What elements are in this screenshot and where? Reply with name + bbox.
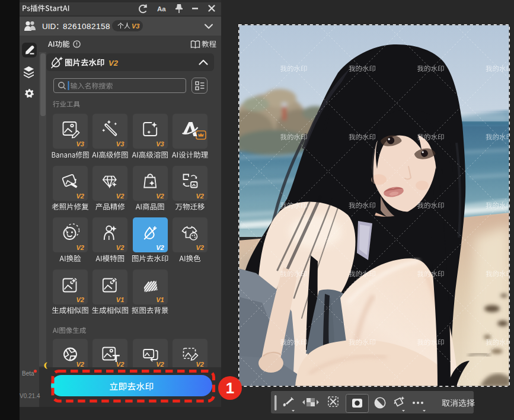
svg-text:V2: V2 [76, 244, 84, 251]
svg-text:Beta: Beta [22, 370, 34, 377]
svg-text:V2: V2 [116, 244, 124, 251]
svg-text:V2: V2 [76, 296, 84, 303]
svg-text:V3: V3 [156, 140, 164, 148]
svg-text:V1: V1 [156, 296, 164, 303]
svg-text:V1: V1 [116, 296, 124, 303]
svg-text:V2: V2 [76, 361, 84, 368]
svg-text:V2: V2 [156, 244, 164, 251]
svg-text:V2: V2 [116, 361, 124, 368]
svg-text:V2: V2 [156, 193, 164, 200]
svg-text:UID: UID [42, 22, 56, 31]
svg-text:V2: V2 [196, 361, 204, 368]
svg-text:V2: V2 [108, 59, 119, 68]
svg-text:V2: V2 [156, 361, 164, 368]
svg-text:V0.21.4: V0.21.4 [20, 393, 40, 399]
svg-text:V2: V2 [196, 193, 204, 200]
svg-text:Aa: Aa [157, 5, 166, 12]
svg-text:V3: V3 [76, 140, 84, 148]
svg-text:V2: V2 [196, 244, 204, 251]
svg-text:V2: V2 [116, 193, 124, 200]
svg-text:V3: V3 [116, 140, 124, 148]
svg-text:V3: V3 [132, 23, 139, 30]
svg-text:1: 1 [226, 379, 234, 397]
svg-text:V2: V2 [76, 193, 84, 200]
svg-text:8261082158: 8261082158 [63, 22, 110, 31]
